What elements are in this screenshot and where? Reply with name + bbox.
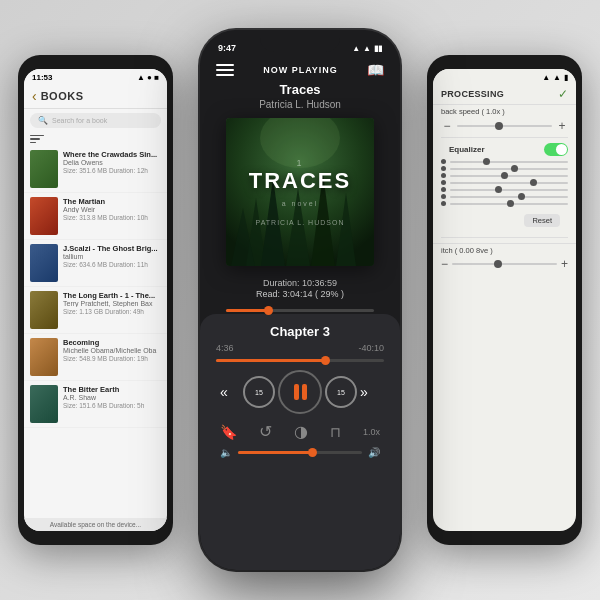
left-footer: Available space on the device... [24,518,167,531]
eq-track[interactable] [450,175,568,177]
reset-button[interactable]: Reset [524,214,560,227]
eq-dot [441,173,446,178]
pitch-label: itch ( 0.00 8ve ) [441,246,493,255]
book-title: Where the Crawdads Sin... [63,150,161,159]
phone-right: ▲ ▲ ▮ PROCESSING ✓ back speed ( 1.0x ) −… [427,55,582,545]
chapter-progress-bar[interactable] [216,359,384,362]
book-cover-crawdads [30,150,58,188]
left-status-bar: 11:53 ▲ ● ■ [24,69,167,84]
list-item[interactable]: The Long Earth - 1 - The... Terry Pratch… [24,287,167,334]
duration-total: Duration: 10:36:59 [263,278,337,288]
book-title: Becoming [63,338,161,347]
pitch-plus-button[interactable]: + [561,257,568,271]
list-item[interactable]: Where the Crawdads Sin... Delia Owens Si… [24,146,167,193]
speed-minus-button[interactable]: − [441,120,453,132]
book-title: J.Scalzi - The Ghost Brig... [63,244,161,253]
eq-slider-4 [433,179,576,186]
list-item[interactable]: The Martian Andy Weir Size: 313.8 MB Dur… [24,193,167,240]
pitch-minus-button[interactable]: − [441,257,448,271]
playback-controls: « 15 15 » [216,370,384,414]
right-header: PROCESSING ✓ [433,84,576,105]
left-screen: 11:53 ▲ ● ■ ‹ BOOKS 🔍 Search for a book [24,69,167,531]
eq-track[interactable] [450,189,568,191]
pitch-section: itch ( 0.00 8ve ) − + [433,243,576,273]
eq-track[interactable] [450,203,568,205]
library-icon[interactable]: 📖 [367,62,384,78]
overall-progress-bar[interactable] [226,309,374,312]
search-placeholder: Search for a book [52,117,107,124]
book-meta: Size: 313.8 MB Duration: 10h [63,214,161,221]
eq-dot [441,166,446,171]
speed-display[interactable]: 1.0x [363,427,380,437]
right-screen: ▲ ▲ ▮ PROCESSING ✓ back speed ( 1.0x ) −… [433,69,576,531]
check-icon[interactable]: ✓ [558,87,568,101]
left-header: ‹ BOOKS [24,84,167,109]
eq-label: Equalizer [441,143,493,156]
back-arrow-icon[interactable]: ‹ [32,88,37,104]
eq-dot [441,159,446,164]
left-time: 11:53 [32,73,52,82]
bookmark-button[interactable]: 🔖 [220,424,237,440]
status-icons: ▲ ▲ ▮▮ [352,44,382,53]
divider2 [441,237,568,238]
book-cover-becoming [30,338,58,376]
duration-info: Duration: 10:36:59 Read: 3:04:14 ( 29% ) [200,278,400,299]
theme-button[interactable]: ◑ [294,422,308,441]
left-search-bar[interactable]: 🔍 Search for a book [30,113,161,128]
eq-toggle[interactable] [544,143,568,156]
cover-number: 1 [249,158,351,168]
pause-bar-left [294,384,299,400]
eq-slider-2 [433,165,576,172]
skip-forward-button[interactable]: 15 [325,376,357,408]
cover-title: TRACES [249,168,351,194]
fast-forward-button[interactable]: » [360,384,380,400]
list-item[interactable]: The Bitter Earth A.R. Shaw Size: 151.6 M… [24,381,167,428]
speed-plus-button[interactable]: + [556,120,568,132]
loop-button[interactable]: ↺ [259,422,272,441]
chapter-progress-fill [216,359,325,362]
time-current: 4:36 [216,343,234,353]
wifi-icon: ▲ [542,73,550,82]
book-author: Andy Weir [63,206,161,213]
airplay-button[interactable]: ⊓ [330,424,341,440]
eq-dot [441,194,446,199]
list-item[interactable]: Becoming Michelle Obama/Michelle Oba Siz… [24,334,167,381]
right-content: back speed ( 1.0x ) − + Equalizer [433,105,576,531]
cover-subtitle: a novel [249,200,351,207]
playback-speed-row: back speed ( 1.0x ) [433,105,576,118]
time-remaining: -40:10 [358,343,384,353]
book-author: A.R. Shaw [63,394,161,401]
bottom-actions-row: 🔖 ↺ ◑ ⊓ 1.0x [216,422,384,441]
rewind-button[interactable]: « [220,384,240,400]
volume-slider[interactable] [238,451,362,454]
signal-icon: ▲ [553,73,561,82]
center-screen: 9:47 ▲ ▲ ▮▮ NOW PLAYING 📖 Traces Patrici… [200,30,400,570]
svg-text:«: « [220,384,228,400]
book-title: The Long Earth - 1 - The... [63,291,161,300]
book-meta: Size: 548.9 MB Duration: 19h [63,355,161,362]
play-pause-button[interactable] [278,370,322,414]
right-header-title: PROCESSING [441,89,504,99]
eq-track[interactable] [450,196,568,198]
book-author: Terry Pratchett, Stephen Bax [63,300,161,307]
book-cover-scalzi [30,244,58,282]
chapter-label: Chapter 3 [216,324,384,339]
cover-author: PATRICIA L. HUDSON [249,219,351,226]
skip-back-label: 15 [255,389,263,396]
eq-track[interactable] [450,161,568,163]
hamburger-menu-icon[interactable] [216,64,234,76]
eq-track[interactable] [450,168,568,170]
eq-header-row: Equalizer [433,141,576,158]
filter-icon[interactable] [30,134,44,144]
eq-track[interactable] [450,182,568,184]
list-item[interactable]: J.Scalzi - The Ghost Brig... tallium Siz… [24,240,167,287]
book-meta: Size: 351.6 MB Duration: 12h [63,167,161,174]
cover-text: 1 TRACES a novel PATRICIA L. HUDSON [249,158,351,226]
filter-row [24,132,167,146]
skip-back-button[interactable]: 15 [243,376,275,408]
left-header-title: BOOKS [41,90,84,102]
book-cover-bitter [30,385,58,423]
book-cover-longearth [30,291,58,329]
pitch-track[interactable] [452,263,557,265]
volume-high-icon: 🔊 [368,447,380,458]
